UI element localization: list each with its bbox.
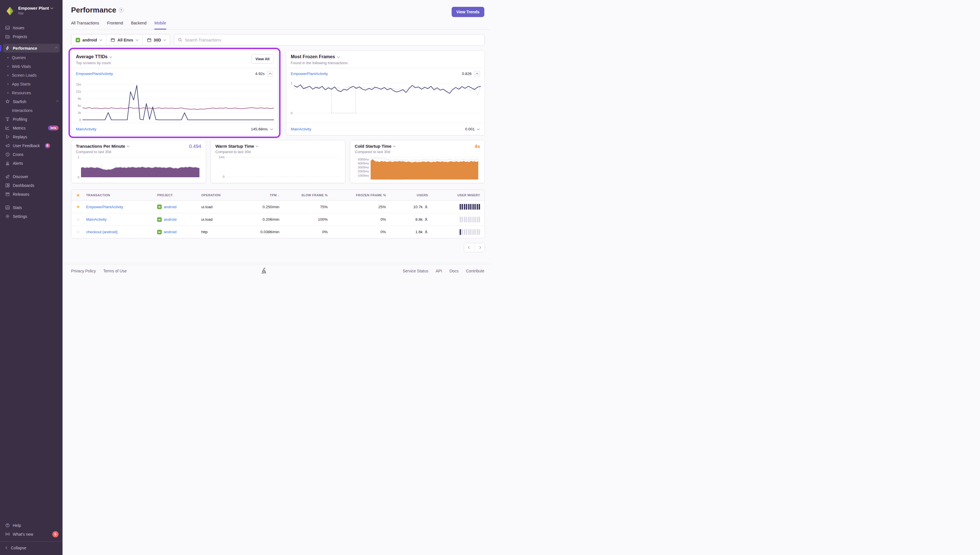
tab-mobile[interactable]: Mobile (154, 21, 166, 29)
view-trends-button[interactable]: View Trends (451, 7, 484, 17)
play-icon (5, 134, 10, 139)
sidebar-item-settings[interactable]: Settings (0, 212, 63, 221)
panel-title-dropdown[interactable]: Warm Startup Time (215, 144, 341, 149)
transaction-link[interactable]: EmpowerPlantActivity (76, 72, 113, 76)
sidebar-item-replays[interactable]: Replays (0, 132, 63, 141)
users-cell: 8.8k (415, 217, 423, 221)
col-users[interactable]: USERS (390, 193, 432, 197)
users-cell: 1.6k (415, 230, 423, 234)
svg-text:1ms: 1ms (218, 156, 225, 159)
sidebar-item-starfish[interactable]: Starfish (0, 97, 63, 106)
panel-title-dropdown[interactable]: Most Frozen Frames (291, 54, 480, 59)
chevron-down-icon (164, 38, 166, 41)
expand-row-button[interactable] (270, 128, 273, 130)
terms-of-use-link[interactable]: Terms of Use (103, 269, 127, 273)
svg-text:1: 1 (77, 156, 79, 159)
sidebar-item-app-starts[interactable]: App Starts (0, 80, 63, 88)
service-status-link[interactable]: Service Status (403, 269, 428, 273)
transaction-link[interactable]: MainActivity (86, 217, 107, 221)
table-row[interactable]: ☆ checkout [android] android http 0.0386… (71, 226, 485, 238)
panel-subtitle: Compared to last 30d (76, 150, 201, 154)
collapse-row-button[interactable] (474, 71, 480, 77)
sidebar-item-releases[interactable]: Releases (0, 190, 63, 199)
search-input[interactable] (185, 38, 481, 42)
col-user-misery[interactable]: USER MISERY (432, 193, 485, 197)
docs-link[interactable]: Docs (450, 269, 459, 273)
next-page-button[interactable] (474, 243, 485, 252)
sidebar-item-issues[interactable]: Issues (0, 23, 63, 32)
col-frozen-frame[interactable]: FROZEN FRAME % (332, 193, 390, 197)
panel-title-dropdown[interactable]: Cold Startup Time (355, 144, 480, 149)
chevron-down-icon (100, 38, 102, 41)
user-misery-bars (432, 217, 485, 222)
contribute-link[interactable]: Contribute (466, 269, 484, 273)
favorite-star-icon[interactable]: ☆ (76, 229, 80, 234)
previous-page-button[interactable] (464, 243, 474, 252)
sidebar-item-metrics[interactable]: Metrics beta (0, 124, 63, 132)
android-project-icon (157, 217, 162, 222)
siren-icon (5, 161, 10, 165)
help-icon[interactable]: ? (119, 8, 124, 13)
panel-title-dropdown[interactable]: Average TTIDs (76, 54, 273, 59)
col-tpm[interactable]: TPM ↓ (238, 193, 284, 197)
sidebar-item-profiling[interactable]: Profiling (0, 115, 63, 124)
org-subtitle: Nar (18, 11, 53, 15)
slow-frame-cell: 0% (284, 230, 332, 234)
tab-backend[interactable]: Backend (131, 21, 146, 29)
col-operation[interactable]: OPERATION (200, 193, 238, 197)
favorite-star-icon[interactable]: ★ (76, 204, 80, 209)
sidebar-item-crons[interactable]: Crons (0, 150, 63, 159)
panel-title-dropdown[interactable]: Transactions Per Minute (76, 144, 201, 149)
slow-frame-cell: 100% (284, 217, 332, 221)
panel-subtitle: Found in the following transactions (291, 61, 480, 65)
col-project[interactable]: PROJECT (156, 193, 200, 197)
transaction-link[interactable]: MainActivity (291, 127, 311, 131)
warm-startup-time-chart: 1ms0 (215, 155, 341, 181)
tab-frontend[interactable]: Frontend (107, 21, 123, 29)
sidebar-item-discover[interactable]: Discover (0, 172, 63, 181)
col-transaction[interactable]: TRANSACTION (85, 193, 156, 197)
privacy-policy-link[interactable]: Privacy Policy (71, 269, 96, 273)
project-link[interactable]: android (164, 205, 177, 209)
api-link[interactable]: API (436, 269, 442, 273)
sidebar-item-resources[interactable]: Resources (0, 88, 63, 97)
favorite-star-icon[interactable]: ☆ (76, 217, 80, 222)
metric-value: 145.68ms (251, 127, 268, 131)
table-row[interactable]: ★ EmpowerPlantActivity android ui.load 0… (71, 201, 485, 213)
chevron-right-icon (478, 246, 481, 249)
transaction-link[interactable]: MainActivity (76, 127, 96, 131)
transaction-link[interactable]: EmpowerPlantActivity (291, 72, 328, 76)
sidebar-item-queries[interactable]: Queries (0, 53, 63, 62)
view-all-button[interactable]: View All (251, 54, 274, 64)
sidebar-item-screen-loads[interactable]: Screen Loads (0, 71, 63, 80)
sidebar-item-performance[interactable]: Performance (3, 44, 60, 53)
project-filter[interactable]: android (71, 34, 106, 45)
environment-icon (111, 38, 115, 42)
metric-value: 0.826 (462, 72, 472, 76)
sidebar-item-projects[interactable]: Projects (0, 32, 63, 41)
environment-filter[interactable]: All Envs (106, 34, 142, 45)
col-slow-frame[interactable]: SLOW FRAME % (284, 193, 332, 197)
sidebar-item-user-feedback[interactable]: User Feedback B (0, 141, 63, 150)
sidebar-item-alerts[interactable]: Alerts (0, 159, 63, 168)
table-row[interactable]: ☆ MainActivity android ui.load 0.206/min… (71, 213, 485, 226)
tab-all-transactions[interactable]: All Transactions (71, 21, 99, 29)
expand-row-button[interactable] (477, 128, 480, 130)
highlight-ring: Average TTIDs Top screens by count View … (69, 48, 281, 138)
sidebar-item-stats[interactable]: Stats (0, 203, 63, 212)
svg-text:2000ms: 2000ms (358, 170, 369, 173)
megaphone-icon (5, 143, 10, 148)
project-link[interactable]: android (164, 217, 177, 221)
sidebar-item-interactions[interactable]: Interactions (0, 106, 63, 115)
org-switcher[interactable]: Empower Plant Nar (0, 3, 63, 19)
transaction-link[interactable]: checkout [android] (86, 230, 117, 234)
svg-text:0: 0 (223, 175, 225, 178)
collapse-row-button[interactable] (267, 71, 273, 77)
chevron-left-icon (468, 246, 471, 249)
sidebar-item-dashboards[interactable]: Dashboards (0, 181, 63, 190)
sidebar-item-web-vitals[interactable]: Web Vitals (0, 62, 63, 71)
transaction-link[interactable]: EmpowerPlantActivity (86, 205, 123, 209)
project-link[interactable]: android (164, 230, 177, 234)
star-header-icon[interactable]: ★ (77, 193, 80, 197)
date-range-filter[interactable]: 30D (142, 34, 170, 45)
